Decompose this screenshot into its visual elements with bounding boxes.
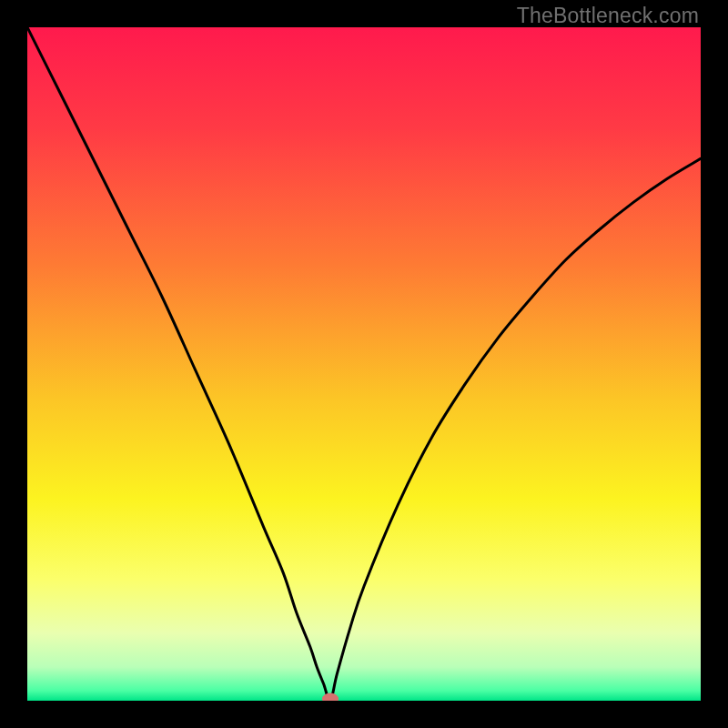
chart-frame: TheBottleneck.com (0, 0, 728, 728)
gradient-background (27, 27, 701, 701)
watermark-text: TheBottleneck.com (517, 4, 699, 28)
chart-svg (27, 27, 701, 701)
plot-area (27, 27, 701, 701)
